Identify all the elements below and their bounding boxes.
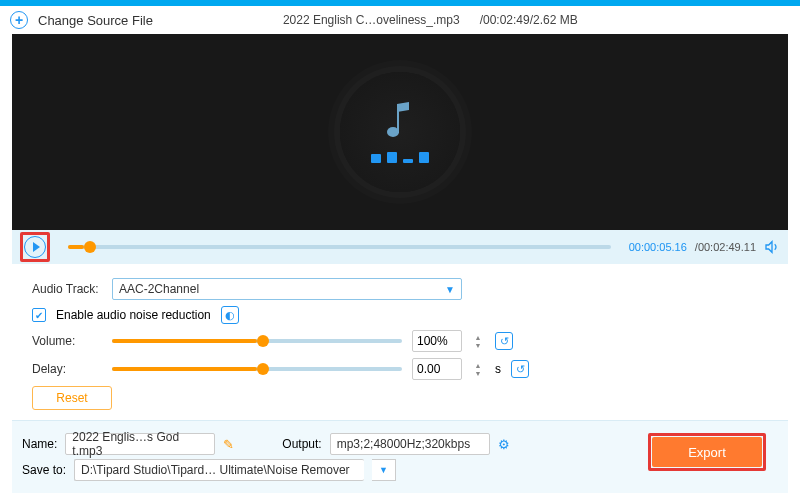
play-icon xyxy=(33,242,40,252)
name-label: Name: xyxy=(22,437,57,451)
output-label: Output: xyxy=(282,437,321,451)
total-time: /00:02:49.11 xyxy=(695,241,756,253)
source-filename: 2022 English C…oveliness_.mp3 xyxy=(283,13,460,27)
output-settings-icon[interactable]: ⚙ xyxy=(498,437,510,452)
export-bar: Name: 2022 Englis…s God t.mp3 ✎ Output: … xyxy=(12,420,788,493)
delay-fill xyxy=(112,367,257,371)
chevron-down-icon: ▼ xyxy=(445,284,455,295)
volume-fill xyxy=(112,339,257,343)
noise-reduction-label: Enable audio noise reduction xyxy=(56,308,211,322)
current-time: 00:00:05.16 xyxy=(629,241,687,253)
export-highlight: Export xyxy=(648,433,766,471)
volume-reset-icon[interactable]: ↺ xyxy=(495,332,513,350)
delay-label: Delay: xyxy=(32,362,102,376)
progress-fill xyxy=(68,245,84,249)
audio-visual-disc xyxy=(340,72,460,192)
change-source-button[interactable]: Change Source File xyxy=(38,13,153,28)
play-button[interactable] xyxy=(24,236,46,258)
save-path-field[interactable]: D:\Tipard Studio\Tipard… Ultimate\Noise … xyxy=(74,459,364,481)
export-button[interactable]: Export xyxy=(652,437,762,467)
add-source-icon[interactable]: + xyxy=(10,11,28,29)
delay-input[interactable]: 0.00 xyxy=(412,358,462,380)
progress-thumb[interactable] xyxy=(84,241,96,253)
output-field[interactable]: mp3;2;48000Hz;320kbps xyxy=(330,433,490,455)
reset-button[interactable]: Reset xyxy=(32,386,112,410)
transport-bar: 00:00:05.16 /00:02:49.11 xyxy=(12,230,788,264)
delay-reset-icon[interactable]: ↺ xyxy=(511,360,529,378)
volume-spinner[interactable]: ▲▼ xyxy=(471,330,485,352)
save-path-dropdown[interactable]: ▼ xyxy=(372,459,396,481)
volume-thumb[interactable] xyxy=(257,335,269,347)
save-to-label: Save to: xyxy=(22,463,66,477)
play-highlight xyxy=(20,232,50,262)
noise-reduction-checkbox[interactable]: ✔ xyxy=(32,308,46,322)
volume-input[interactable]: 100% xyxy=(412,330,462,352)
equalizer-icon xyxy=(371,151,429,163)
settings-panel: Audio Track: AAC-2Channel ▼ ✔ Enable aud… xyxy=(12,264,788,414)
progress-track[interactable] xyxy=(68,245,611,249)
delay-unit: s xyxy=(495,362,501,376)
volume-slider[interactable] xyxy=(112,339,402,343)
volume-icon[interactable] xyxy=(764,239,780,255)
audio-track-select[interactable]: AAC-2Channel ▼ xyxy=(112,278,462,300)
header-bar: + Change Source File 2022 English C…ovel… xyxy=(0,6,800,34)
volume-label: Volume: xyxy=(32,334,102,348)
edit-name-icon[interactable]: ✎ xyxy=(223,437,234,452)
noise-settings-icon[interactable]: ◐ xyxy=(221,306,239,324)
music-note-icon xyxy=(385,101,415,141)
name-field[interactable]: 2022 Englis…s God t.mp3 xyxy=(65,433,215,455)
delay-thumb[interactable] xyxy=(257,363,269,375)
preview-area xyxy=(12,34,788,230)
delay-spinner[interactable]: ▲▼ xyxy=(471,358,485,380)
audio-track-value: AAC-2Channel xyxy=(119,282,199,296)
delay-slider[interactable] xyxy=(112,367,402,371)
audio-track-label: Audio Track: xyxy=(32,282,102,296)
source-duration-size: /00:02:49/2.62 MB xyxy=(480,13,578,27)
